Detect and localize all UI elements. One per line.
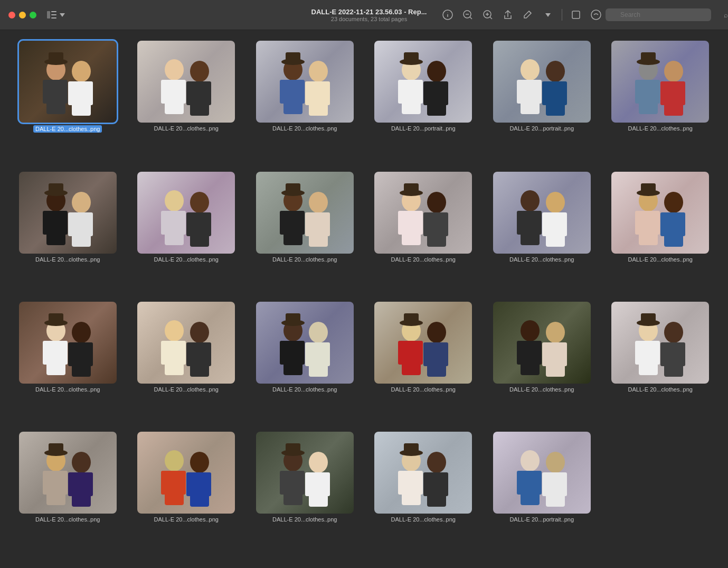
svg-rect-146	[49, 313, 63, 325]
pen-icon[interactable]	[522, 8, 534, 21]
thumbnail-label: DALL-E 20...portrait..png	[509, 125, 574, 132]
thumbnail-item[interactable]: DALL-E 20...clothes..png	[13, 172, 123, 297]
close-button[interactable]	[8, 12, 15, 18]
svg-point-179	[546, 322, 565, 343]
thumbnail-item[interactable]: DALL-E 20...clothes..png	[131, 172, 242, 297]
svg-line-9	[470, 17, 472, 19]
thumbnail-label: DALL-E 20...clothes..png	[154, 386, 219, 393]
svg-line-13	[490, 17, 492, 19]
svg-rect-199	[68, 472, 74, 496]
thumbnail-image	[256, 41, 354, 123]
info-icon[interactable]	[441, 8, 454, 21]
svg-rect-45	[280, 80, 286, 104]
svg-rect-162	[324, 342, 330, 366]
thumbnail-item[interactable]: DALL-E 20...clothes..png	[13, 432, 123, 557]
svg-rect-218	[324, 472, 330, 496]
svg-rect-214	[298, 471, 305, 495]
svg-point-215	[309, 452, 328, 473]
thumbnail-image	[19, 172, 117, 254]
svg-rect-200	[87, 472, 93, 496]
svg-rect-153	[186, 342, 193, 366]
thumbnail-item[interactable]: DALL-E 20...clothes..png	[606, 172, 716, 297]
thumbnail-item[interactable]: DALL-E 20...clothes..png	[250, 41, 360, 167]
svg-rect-80	[641, 52, 656, 64]
svg-rect-223	[398, 471, 404, 495]
svg-rect-28	[61, 80, 68, 104]
svg-rect-133	[660, 212, 667, 236]
svg-rect-174	[404, 313, 419, 325]
chevron-down-icon[interactable]	[542, 8, 554, 21]
thumbnail-item[interactable]: DALL-E 20...clothes..png	[131, 302, 242, 427]
thumbnail-item[interactable]: DALL-E 20...clothes..png	[368, 302, 479, 427]
svg-rect-228	[442, 472, 448, 496]
svg-rect-154	[205, 342, 211, 366]
svg-rect-121	[517, 211, 523, 235]
svg-rect-157	[280, 341, 286, 365]
svg-rect-115	[423, 212, 430, 236]
svg-rect-190	[679, 342, 685, 366]
thumbnail-image	[611, 41, 709, 123]
thumbnail-item[interactable]: DALL-E 20...clothes..png	[606, 302, 716, 427]
thumbnail-item[interactable]: DALL-E 20...portrait..png	[487, 432, 597, 557]
thumbnail-item[interactable]: DALL-E 20...clothes..png	[487, 172, 597, 297]
svg-point-95	[190, 192, 209, 213]
thumbnail-item[interactable]: DALL-E 20...clothes..png	[250, 172, 360, 297]
thumbnail-image	[493, 172, 591, 254]
svg-rect-77	[660, 81, 667, 105]
thumbnail-item[interactable]: DALL-E 20...clothes..png	[13, 41, 123, 167]
svg-point-225	[427, 452, 446, 473]
thumbnail-item[interactable]: DALL-E 20...clothes..png	[13, 302, 123, 427]
svg-rect-129	[635, 211, 641, 235]
svg-rect-205	[161, 471, 167, 495]
svg-rect-106	[324, 212, 330, 236]
share-icon[interactable]	[502, 8, 514, 21]
svg-rect-74	[654, 80, 660, 104]
svg-point-29	[72, 61, 91, 82]
svg-rect-139	[43, 341, 49, 365]
thumbnail-label: DALL-E 20...portrait..png	[391, 125, 456, 132]
svg-point-147	[165, 320, 184, 341]
thumbnail-image	[374, 302, 472, 384]
thumbnail-item[interactable]: DALL-E 20...portrait..png	[368, 41, 479, 167]
svg-rect-227	[423, 472, 430, 496]
thumbnail-item[interactable]: DALL-E 20...clothes..png	[131, 432, 242, 557]
thumbnail-image	[137, 41, 235, 123]
search-input[interactable]	[606, 8, 711, 21]
thumbnail-item[interactable]: DALL-E 20...portrait..png	[487, 41, 597, 167]
svg-rect-101	[280, 211, 286, 235]
thumbnail-label: DALL-E 20...portrait..png	[509, 516, 574, 523]
svg-point-207	[190, 452, 209, 473]
thumbnail-label: DALL-E 20...clothes..png	[391, 386, 456, 393]
thumbnail-item[interactable]: DALL-E 20...clothes..png	[368, 172, 479, 297]
thumbnail-label: DALL-E 20...clothes..png	[272, 386, 337, 393]
thumbnail-item[interactable]: DALL-E 20...clothes..png	[368, 432, 479, 557]
window-title: DALL-E 2022-11-21 23.56.03 - Rep...	[311, 8, 427, 16]
rotate-icon[interactable]	[570, 8, 582, 21]
svg-rect-116	[442, 212, 448, 236]
svg-point-103	[309, 192, 328, 213]
thumbnail-image	[256, 172, 354, 254]
thumbnail-item[interactable]: DALL-E 20...clothes..png	[487, 302, 597, 427]
svg-point-197	[72, 452, 91, 473]
thumbnail-image	[19, 432, 117, 514]
zoom-in-icon[interactable]	[481, 8, 494, 21]
svg-rect-189	[660, 342, 667, 366]
svg-point-119	[521, 190, 540, 211]
annotate-icon[interactable]	[590, 8, 602, 21]
svg-rect-125	[542, 212, 549, 236]
thumbnail-item[interactable]: DALL-E 20...clothes..png	[250, 432, 360, 557]
svg-point-113	[427, 192, 446, 213]
zoom-out-icon[interactable]	[461, 8, 474, 21]
thumbnail-label: DALL-E 20...clothes..png	[272, 125, 337, 132]
thumbnail-item[interactable]: DALL-E 20...clothes..png	[606, 41, 716, 167]
thumbnail-label: DALL-E 20...clothes..png	[628, 256, 693, 263]
thumbnail-item[interactable]: DALL-E 20...clothes..png	[250, 302, 360, 427]
thumbnail-image	[19, 41, 117, 123]
svg-rect-87	[68, 212, 74, 236]
svg-point-235	[546, 452, 565, 473]
svg-rect-84	[61, 211, 68, 235]
thumbnail-item[interactable]: DALL-E 20...clothes..png	[131, 41, 242, 167]
svg-rect-164	[286, 313, 300, 325]
thumbnail-label: DALL-E 20...clothes..png	[35, 516, 100, 523]
svg-rect-60	[442, 81, 448, 105]
